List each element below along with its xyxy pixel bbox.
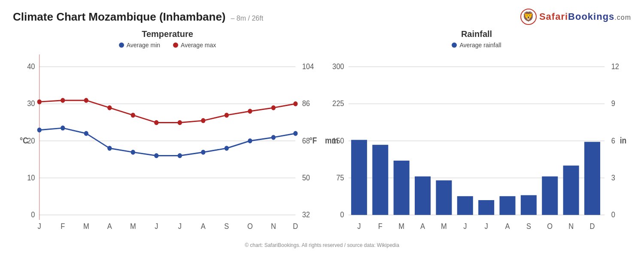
bar-jan [351,140,367,215]
svg-text:M: M [398,222,404,231]
svg-point-55 [293,131,298,136]
svg-text:S: S [526,222,531,231]
svg-text:°C: °C [20,136,28,145]
svg-text:9: 9 [611,99,615,108]
svg-point-49 [154,153,158,158]
svg-text:A: A [505,222,510,231]
svg-point-39 [201,118,205,123]
svg-point-32 [37,99,42,104]
bar-feb [372,145,388,215]
bar-aug [499,196,515,215]
bar-sep [521,195,537,215]
legend-min-label: Average min [127,42,160,49]
legend-max-dot [173,43,178,48]
rainfall-chart-title: Rainfall [322,29,631,39]
svg-text:N: N [271,222,276,231]
svg-text:J: J [155,222,158,231]
legend-max: Average max [173,42,216,49]
page-title: Climate Chart Mozambique (Inhambane) [13,10,226,24]
logo-icon: 🦁 [520,9,537,25]
svg-text:A: A [420,222,425,231]
svg-point-34 [84,98,88,103]
svg-text:225: 225 [332,99,344,108]
svg-text:86: 86 [302,99,310,108]
svg-text:O: O [547,222,553,231]
svg-text:J: J [178,222,182,231]
legend-rainfall-label: Average rainfall [459,42,501,49]
logo-text: SafariBookings.com [539,11,631,22]
svg-text:A: A [201,222,206,231]
svg-point-53 [248,138,252,143]
temperature-chart-area: 0 10 20 30 40 °C 32 50 68 86 104 °F [13,52,322,240]
svg-text:A: A [107,222,112,231]
svg-point-45 [61,125,65,131]
svg-text:0: 0 [611,210,615,219]
svg-point-36 [131,113,135,118]
svg-text:D: D [293,222,298,231]
svg-text:104: 104 [302,62,314,71]
svg-point-35 [107,105,112,110]
charts-container: Temperature Average min Average max [13,29,631,240]
svg-text:in: in [620,136,627,145]
svg-text:M: M [130,222,136,231]
bar-mar [394,161,410,215]
svg-text:🦁: 🦁 [522,11,535,22]
svg-point-47 [107,146,112,151]
svg-text:75: 75 [336,173,344,182]
bar-apr [415,177,431,215]
svg-point-40 [225,113,229,118]
svg-text:32: 32 [302,210,310,219]
svg-text:J: J [357,222,361,231]
logo: 🦁 SafariBookings.com [520,9,631,25]
svg-text:10: 10 [27,173,35,182]
footer-text: © chart: SafariBookings. All rights rese… [13,242,631,248]
rainfall-chart-panel: Rainfall Average rainfall [322,29,631,240]
temperature-chart-panel: Temperature Average min Average max [13,29,322,240]
svg-point-52 [225,146,229,151]
svg-text:J: J [463,222,467,231]
rainfall-legend: Average rainfall [322,42,631,49]
svg-point-37 [154,120,158,125]
svg-text:F: F [61,222,65,231]
svg-text:20: 20 [27,136,35,145]
svg-text:40: 40 [27,62,35,71]
legend-min: Average min [119,42,160,49]
svg-point-41 [248,109,252,114]
svg-text:M: M [441,222,447,231]
temperature-legend: Average min Average max [13,42,322,49]
svg-point-44 [37,128,42,133]
svg-text:S: S [224,222,229,231]
svg-text:0: 0 [31,210,35,219]
svg-text:12: 12 [611,62,619,71]
svg-text:30: 30 [27,99,35,108]
svg-text:F: F [378,222,383,231]
bar-jul [478,200,494,215]
svg-point-43 [293,101,298,107]
svg-text:6: 6 [611,136,615,145]
svg-text:3: 3 [611,173,615,182]
svg-text:D: D [590,222,595,231]
legend-max-label: Average max [181,42,216,49]
bar-jun [457,196,473,215]
legend-rainfall-dot [452,43,457,48]
temperature-chart-title: Temperature [13,29,322,39]
bar-oct [542,177,558,215]
legend-min-dot [119,43,124,48]
svg-point-50 [178,153,182,158]
svg-point-38 [178,120,182,125]
page-subtitle: – 8m / 26ft [231,15,264,22]
svg-text:300: 300 [332,62,344,71]
bar-nov [563,166,579,215]
svg-text:50: 50 [302,173,310,182]
rainfall-chart-area: 0 75 150 225 300 mm 0 3 6 9 12 in [322,52,631,240]
svg-text:J: J [38,222,41,231]
svg-text:J: J [485,222,488,231]
bar-may [436,180,452,215]
svg-point-33 [61,98,65,103]
bar-dec [584,142,600,215]
svg-text:M: M [83,222,89,231]
svg-point-42 [271,105,276,110]
svg-text:68: 68 [302,136,310,145]
svg-point-48 [131,150,135,155]
svg-text:N: N [568,222,574,231]
